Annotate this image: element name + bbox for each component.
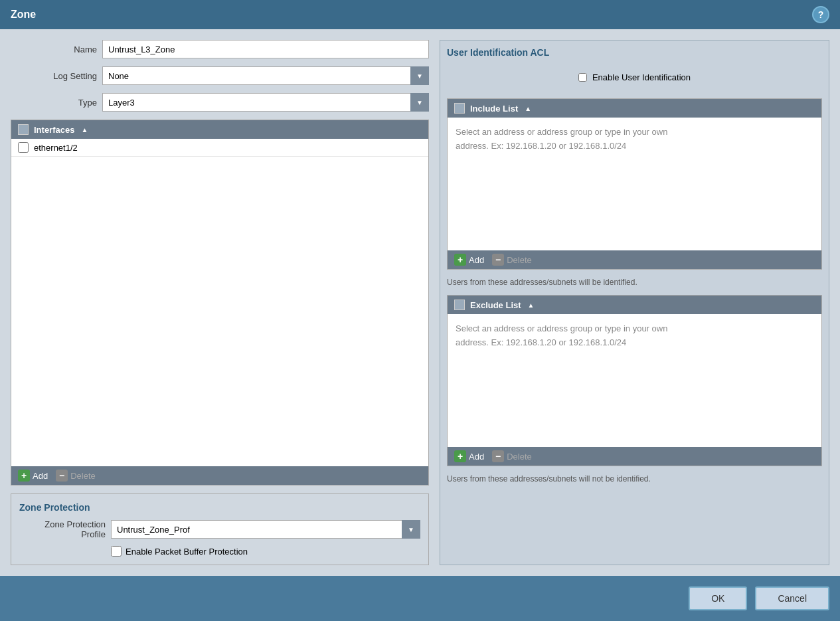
exclude-add-icon: + <box>454 450 466 462</box>
include-list-body: Select an address or address group or ty… <box>448 118 821 250</box>
include-delete-button[interactable]: − Delete <box>492 254 532 266</box>
exclude-delete-button[interactable]: − Delete <box>492 450 532 462</box>
zone-profile-select[interactable]: Untrust_Zone_Prof <box>111 520 420 539</box>
interfaces-toolbar: + Add − Delete <box>11 466 428 485</box>
enable-packet-buffer-checkbox[interactable] <box>111 546 122 557</box>
include-toolbar: + Add − Delete <box>448 250 821 269</box>
interfaces-header-label: Interfaces <box>34 125 74 135</box>
include-add-button[interactable]: + Add <box>454 254 484 266</box>
include-delete-icon: − <box>492 254 504 266</box>
dialog-title: Zone <box>11 9 36 21</box>
exclude-toolbar: + Add − Delete <box>448 447 821 466</box>
interfaces-table-body: ethernet1/2 <box>11 139 428 466</box>
acl-title: User Identification ACL <box>447 47 822 58</box>
exclude-list-body: Select an address or address group or ty… <box>448 314 821 447</box>
include-placeholder: Select an address or address group or ty… <box>456 127 667 151</box>
log-setting-select[interactable]: None <box>102 66 429 85</box>
cancel-button[interactable]: Cancel <box>755 586 829 610</box>
zone-protection-section: Zone Protection Zone Protection Profile … <box>11 493 429 565</box>
exclude-placeholder: Select an address or address group or ty… <box>456 323 667 347</box>
interfaces-delete-button[interactable]: − Delete <box>56 470 96 482</box>
delete-icon: − <box>56 470 68 482</box>
interfaces-add-button[interactable]: + Add <box>18 470 48 482</box>
row-checkbox[interactable] <box>18 142 29 153</box>
exclude-sort-icon: ▲ <box>528 302 535 309</box>
zone-profile-label: Zone Protection Profile <box>19 519 106 539</box>
include-delete-label: Delete <box>507 255 532 265</box>
add-icon: + <box>18 470 30 482</box>
include-add-icon: + <box>454 254 466 266</box>
include-header-checkbox[interactable] <box>454 103 465 114</box>
name-input[interactable] <box>102 40 429 58</box>
include-list-section: Include List ▲ Select an address or addr… <box>447 98 822 270</box>
table-row[interactable]: ethernet1/2 <box>11 139 428 157</box>
interfaces-header-checkbox[interactable] <box>18 124 29 135</box>
ok-button[interactable]: OK <box>689 586 747 610</box>
enable-packet-buffer-label: Enable Packet Buffer Protection <box>126 547 248 557</box>
include-note: Users from these addresses/subnets will … <box>447 275 822 290</box>
name-label: Name <box>11 44 97 54</box>
interface-name: ethernet1/2 <box>34 143 78 153</box>
exclude-add-button[interactable]: + Add <box>454 450 484 462</box>
exclude-header-checkbox[interactable] <box>454 300 465 310</box>
log-setting-label: Log Setting <box>11 71 97 81</box>
exclude-delete-icon: − <box>492 450 504 462</box>
help-icon[interactable]: ? <box>812 6 829 23</box>
enable-user-id-checkbox[interactable] <box>578 73 587 82</box>
interfaces-sort-icon: ▲ <box>81 126 88 133</box>
include-add-label: Add <box>469 255 484 265</box>
exclude-delete-label: Delete <box>507 452 532 462</box>
exclude-list-section: Exclude List ▲ Select an address or addr… <box>447 295 822 466</box>
exclude-add-label: Add <box>469 452 484 462</box>
zone-protection-title: Zone Protection <box>19 502 420 513</box>
add-label: Add <box>33 471 48 481</box>
exclude-list-header: Exclude List <box>470 300 521 310</box>
type-label: Type <box>11 98 97 108</box>
enable-user-id-label: Enable User Identification <box>592 72 691 82</box>
exclude-note: Users from these addresses/subnets will … <box>447 472 822 486</box>
include-sort-icon: ▲ <box>525 105 531 112</box>
include-list-header: Include List <box>470 104 518 114</box>
type-select[interactable]: Layer3 <box>102 93 429 112</box>
delete-label: Delete <box>70 471 96 481</box>
